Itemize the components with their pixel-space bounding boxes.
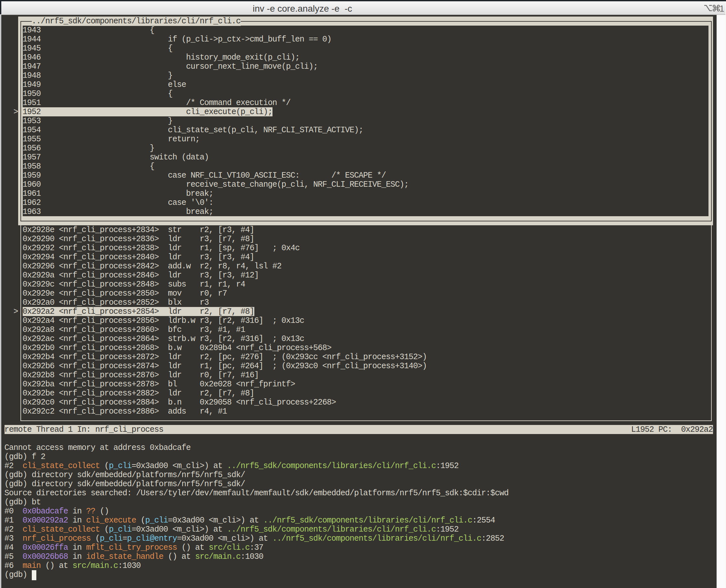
svg-text:1: 1 — [720, 4, 724, 14]
